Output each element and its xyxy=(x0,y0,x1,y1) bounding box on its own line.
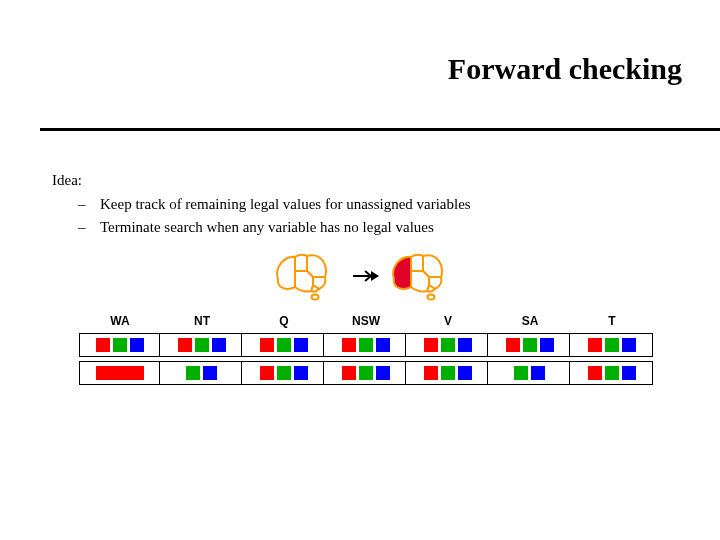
domain-cell xyxy=(244,362,324,384)
domain-cell xyxy=(326,334,406,356)
col-header: WA xyxy=(80,313,160,329)
color-swatch xyxy=(186,366,200,380)
color-swatch xyxy=(203,366,217,380)
col-header: SA xyxy=(490,313,570,329)
color-swatch xyxy=(605,338,619,352)
slide-title: Forward checking xyxy=(448,52,682,86)
color-swatch xyxy=(506,338,520,352)
color-swatch xyxy=(342,338,356,352)
color-swatch xyxy=(342,366,356,380)
color-swatch xyxy=(523,338,537,352)
col-header: Q xyxy=(244,313,324,329)
domain-cell xyxy=(326,362,406,384)
domain-cell xyxy=(408,362,488,384)
color-swatch xyxy=(260,338,274,352)
color-swatch xyxy=(605,366,619,380)
color-swatch xyxy=(514,366,528,380)
domain-table: WA NT Q NSW V SA T xyxy=(52,313,680,389)
domain-cell xyxy=(80,362,160,384)
svg-point-1 xyxy=(428,294,435,299)
color-swatch xyxy=(277,338,291,352)
domain-cell xyxy=(162,334,242,356)
australia-map-before xyxy=(271,247,345,305)
col-header: NT xyxy=(162,313,242,329)
color-swatch xyxy=(178,338,192,352)
color-swatch xyxy=(531,366,545,380)
map-icon xyxy=(389,249,459,303)
australia-map-after xyxy=(387,247,461,305)
domain-cell xyxy=(490,334,570,356)
domain-cell xyxy=(80,334,160,356)
color-swatch-assigned xyxy=(96,366,144,380)
title-underline xyxy=(40,128,720,131)
domain-cell xyxy=(162,362,242,384)
color-swatch xyxy=(294,338,308,352)
color-swatch xyxy=(441,366,455,380)
color-swatch xyxy=(294,366,308,380)
color-swatch xyxy=(260,366,274,380)
table-row xyxy=(79,333,653,357)
color-swatch xyxy=(458,338,472,352)
domain-cell xyxy=(572,334,652,356)
column-headers: WA NT Q NSW V SA T xyxy=(80,313,652,329)
color-swatch xyxy=(424,338,438,352)
table-row xyxy=(79,361,653,385)
color-swatch xyxy=(622,338,636,352)
domain-cell xyxy=(408,334,488,356)
arrow-icon xyxy=(353,268,379,284)
color-swatch xyxy=(212,338,226,352)
domain-cell xyxy=(490,362,570,384)
color-swatch xyxy=(359,338,373,352)
domain-cell xyxy=(572,362,652,384)
color-swatch xyxy=(277,366,291,380)
maps-row xyxy=(52,247,680,305)
domain-cell xyxy=(244,334,324,356)
color-swatch xyxy=(622,366,636,380)
col-header: V xyxy=(408,313,488,329)
slide-content: Idea: Keep track of remaining legal valu… xyxy=(52,170,680,389)
color-swatch xyxy=(130,338,144,352)
idea-label: Idea: xyxy=(52,170,680,190)
color-swatch xyxy=(540,338,554,352)
col-header: NSW xyxy=(326,313,406,329)
color-swatch xyxy=(113,338,127,352)
color-swatch xyxy=(424,366,438,380)
idea-bullets: Keep track of remaining legal values for… xyxy=(100,194,680,237)
color-swatch xyxy=(588,366,602,380)
svg-point-0 xyxy=(312,294,319,299)
color-swatch xyxy=(359,366,373,380)
color-swatch xyxy=(376,338,390,352)
color-swatch xyxy=(588,338,602,352)
bullet-1: Keep track of remaining legal values for… xyxy=(100,194,680,214)
color-swatch xyxy=(195,338,209,352)
color-swatch xyxy=(376,366,390,380)
bullet-2: Terminate search when any variable has n… xyxy=(100,217,680,237)
col-header: T xyxy=(572,313,652,329)
color-swatch xyxy=(96,338,110,352)
map-icon xyxy=(273,249,343,303)
color-swatch xyxy=(458,366,472,380)
color-swatch xyxy=(441,338,455,352)
